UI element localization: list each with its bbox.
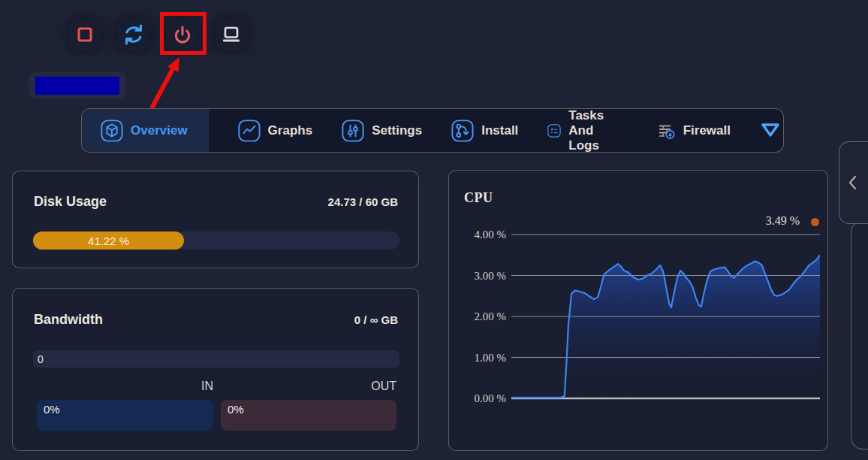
console-icon bbox=[215, 19, 247, 50]
cpu-card: CPU 3.49 % 0.00 %1.00 %2.00 %3.00 %4.00 … bbox=[448, 170, 828, 451]
tab-overview-label: Overview bbox=[131, 123, 188, 138]
checklist-icon bbox=[547, 120, 561, 142]
bandwidth-out-header: OUT bbox=[221, 380, 396, 393]
bandwidth-total-label: 0 bbox=[38, 353, 44, 365]
chevron-left-icon bbox=[839, 173, 865, 192]
cube-icon bbox=[101, 120, 123, 142]
bandwidth-card: Bandwidth 0 / ∞ GB 0 IN OUT 0% 0% bbox=[12, 288, 419, 451]
cpu-ytick-label: 2.00 % bbox=[449, 310, 506, 323]
sliders-icon bbox=[342, 120, 364, 142]
tab-tasks-and-logs[interactable]: Tasks And Logs bbox=[547, 109, 626, 152]
masked-hostname-badge bbox=[29, 72, 126, 99]
disk-usage-card: Disk Usage 24.73 / 60 GB 41.22 % bbox=[12, 171, 419, 268]
cpu-ytick-label: 4.00 % bbox=[449, 228, 506, 241]
tab-tasks-and-logs-label: Tasks And Logs bbox=[568, 108, 626, 153]
annotation-arrow-icon bbox=[141, 53, 195, 116]
vps-dashboard: Overview Graphs Settings Inst bbox=[0, 0, 868, 460]
bandwidth-in-header: IN bbox=[37, 380, 213, 393]
cpu-title: CPU bbox=[464, 190, 493, 206]
tab-overview[interactable]: Overview bbox=[82, 109, 209, 152]
cpu-ytick-label: 1.00 % bbox=[449, 351, 506, 365]
tab-firewall-label: Firewall bbox=[683, 123, 731, 138]
tab-install-label: Install bbox=[481, 123, 518, 138]
cpu-ytick-label: 0.00 % bbox=[449, 392, 506, 405]
side-panel-collapse-button[interactable] bbox=[839, 141, 868, 224]
disk-progress-label: 41.22 % bbox=[88, 235, 129, 247]
chevron-down-icon bbox=[758, 120, 783, 141]
cpu-ytick-label: 3.00 % bbox=[449, 269, 506, 283]
tab-graphs[interactable]: Graphs bbox=[238, 109, 313, 152]
annotation-highlight-box bbox=[160, 12, 206, 55]
line-chart-icon bbox=[238, 120, 261, 142]
bandwidth-title: Bandwidth bbox=[34, 312, 103, 328]
console-button[interactable] bbox=[215, 19, 247, 50]
git-branch-icon bbox=[451, 120, 474, 142]
cpu-legend-dot-icon bbox=[811, 218, 819, 226]
tab-install[interactable]: Install bbox=[451, 109, 518, 152]
tab-settings-label: Settings bbox=[372, 123, 422, 138]
disk-usage-value: 24.73 / 60 GB bbox=[328, 195, 398, 208]
stop-button[interactable] bbox=[69, 19, 101, 50]
cpu-current-value: 3.49 % bbox=[766, 214, 800, 228]
tab-firewall[interactable]: Firewall bbox=[656, 109, 731, 152]
tab-settings[interactable]: Settings bbox=[342, 109, 422, 152]
bandwidth-in-value: 0% bbox=[44, 403, 60, 416]
main-navbar: Overview Graphs Settings Inst bbox=[81, 108, 784, 153]
restart-button[interactable] bbox=[118, 19, 149, 50]
disk-progress-track: 41.22 % bbox=[33, 232, 399, 250]
bandwidth-in-bar: 0% bbox=[37, 400, 213, 431]
side-card-sliver bbox=[851, 220, 868, 449]
masked-hostname-redaction bbox=[35, 77, 119, 95]
tab-graphs-label: Graphs bbox=[268, 123, 313, 138]
bandwidth-value: 0 / ∞ GB bbox=[354, 313, 398, 326]
bandwidth-total-bar: 0 bbox=[33, 350, 399, 368]
disk-usage-title: Disk Usage bbox=[34, 194, 107, 210]
bandwidth-out-bar: 0% bbox=[221, 400, 396, 431]
firewall-icon bbox=[656, 121, 676, 141]
nav-more-button[interactable] bbox=[758, 120, 783, 141]
bandwidth-out-value: 0% bbox=[228, 403, 244, 416]
stop-icon bbox=[69, 19, 101, 50]
restart-icon bbox=[118, 19, 149, 50]
disk-progress-fill: 41.22 % bbox=[33, 232, 184, 250]
cpu-chart bbox=[511, 231, 820, 407]
